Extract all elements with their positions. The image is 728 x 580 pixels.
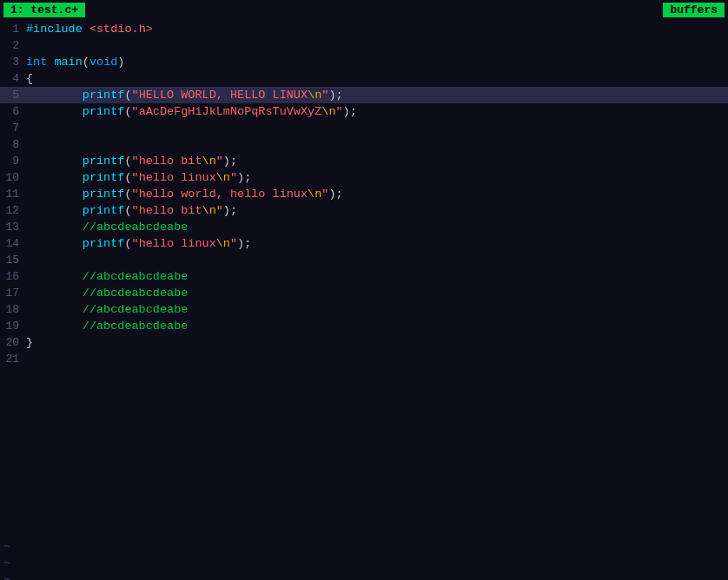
token-esc: \n: [216, 237, 230, 250]
tilde-char: ~: [0, 555, 10, 571]
line-content: //abcdeabcdeabe: [26, 219, 728, 235]
line-number: 8: [0, 136, 26, 153]
token-esc: \n: [202, 155, 216, 168]
token-str: ": [230, 237, 237, 250]
token-str: ": [335, 105, 342, 118]
line-number: 14: [0, 235, 26, 252]
line-number: 7: [0, 120, 26, 136]
code-line: 5 printf("HELLO WORLD, HELLO LINUX\n");: [0, 87, 728, 103]
token-punc: (: [124, 105, 131, 118]
token-str: "hello bit: [132, 204, 202, 217]
code-line: 18 //abcdeabcdeabe: [0, 301, 728, 318]
line-number: 9: [0, 153, 26, 169]
line-content: printf("hello linux\n");: [26, 235, 728, 252]
tilde-line: ~: [0, 555, 728, 571]
line-content: printf("hello bit\n");: [26, 202, 728, 219]
token-str: "HELLO WORLD, HELLO LINUX: [132, 89, 308, 102]
code-area: 1#include <stdio.h>23int main(void)4{5 p…: [0, 19, 728, 369]
token-fn: printf: [26, 89, 124, 102]
token-str: ": [230, 171, 237, 184]
token-str: ": [216, 155, 223, 168]
line-content: printf("HELLO WORLD, HELLO LINUX\n");: [26, 87, 728, 103]
code-line: 2: [0, 37, 728, 54]
line-content: }: [26, 334, 728, 351]
line-number: 16: [0, 268, 26, 285]
token-fn: printf: [26, 105, 124, 118]
token-esc: \n: [308, 188, 321, 201]
active-tab[interactable]: 1: test.c+: [3, 3, 85, 17]
token-cmt: //abcdeabcdeabe: [26, 287, 188, 300]
token-punc: }: [26, 336, 33, 349]
token-punc: ): [117, 56, 124, 69]
token-punc: (: [124, 237, 131, 250]
tilde-char: ~: [0, 571, 10, 580]
tilde-char: ~: [0, 538, 10, 555]
line-content: #include <stdio.h>: [26, 21, 728, 37]
token-inc: <stdio.h>: [89, 23, 153, 36]
code-line: 14 printf("hello linux\n");: [0, 235, 728, 252]
token-punc: (: [124, 204, 131, 217]
line-content: //abcdeabcdeabe: [26, 268, 728, 285]
line-number: 17: [0, 285, 26, 301]
code-line: 4{: [0, 70, 728, 87]
code-line: 10 printf("hello linux\n");: [0, 169, 728, 186]
code-line: 1#include <stdio.h>: [0, 21, 728, 37]
line-number: 21: [0, 351, 26, 367]
code-line: 20}: [0, 334, 728, 351]
line-number: 20: [0, 334, 26, 351]
token-fn: printf: [26, 204, 124, 217]
token-esc: \n: [321, 105, 335, 118]
buffers-button[interactable]: buffers: [663, 3, 725, 17]
token-fn: printf: [26, 155, 124, 168]
line-content: printf("aAcDeFgHiJkLmNoPqRsTuVwXyZ\n");: [26, 103, 728, 120]
code-line: 6 printf("aAcDeFgHiJkLmNoPqRsTuVwXyZ\n")…: [0, 103, 728, 120]
token-punc: );: [328, 188, 342, 201]
line-number: 15: [0, 252, 26, 268]
line-number: 4: [0, 70, 26, 87]
line-content: printf("hello world, hello linux\n");: [26, 186, 728, 202]
token-punc: (: [83, 56, 89, 69]
token-punc: (: [124, 171, 131, 184]
token-cmt: //abcdeabcdeabe: [26, 303, 188, 316]
code-line: 11 printf("hello world, hello linux\n");: [0, 186, 728, 202]
token-str: ": [216, 204, 223, 217]
line-content: printf("hello bit\n");: [26, 153, 728, 169]
code-line: 7: [0, 120, 728, 136]
line-number: 18: [0, 301, 26, 318]
tilde-line: ~: [0, 538, 728, 555]
token-kw: int: [26, 56, 47, 69]
line-number: 2: [0, 37, 26, 54]
token-punc: (: [124, 188, 131, 201]
token-fn: printf: [26, 237, 124, 250]
line-number: 13: [0, 219, 26, 235]
line-number: 3: [0, 54, 26, 70]
token-fn: printf: [26, 171, 124, 184]
token-kw: void: [89, 56, 117, 69]
token-punc: );: [223, 155, 237, 168]
tilde-line: ~: [0, 571, 728, 580]
line-number: 12: [0, 202, 26, 219]
token-str: "hello world, hello linux: [132, 188, 308, 201]
tab-bar: 1: test.c+ buffers: [0, 0, 728, 19]
tilde-area: ~~~~~~~~~: [0, 538, 728, 580]
token-punc: );: [223, 204, 237, 217]
token-cmt: //abcdeabcdeabe: [26, 270, 188, 283]
token-str: "hello bit: [132, 155, 202, 168]
token-esc: \n: [202, 204, 216, 217]
line-number: 5: [0, 87, 26, 103]
token-punc: );: [237, 171, 251, 184]
line-content: //abcdeabcdeabe: [26, 285, 728, 301]
code-line: 17 //abcdeabcdeabe: [0, 285, 728, 301]
code-line: 13 //abcdeabcdeabe: [0, 219, 728, 235]
token-cmt: //abcdeabcdeabe: [26, 221, 188, 234]
line-content: //abcdeabcdeabe: [26, 318, 728, 334]
token-str: "hello linux: [132, 171, 216, 184]
token-pre: #include: [26, 23, 89, 36]
token-esc: \n: [308, 89, 321, 102]
token-str: "aAcDeFgHiJkLmNoPqRsTuVwXyZ: [132, 105, 322, 118]
token-punc: (: [124, 155, 131, 168]
code-line: 9 printf("hello bit\n");: [0, 153, 728, 169]
token-fn: main: [54, 56, 82, 69]
line-number: 19: [0, 318, 26, 334]
token-esc: \n: [216, 171, 230, 184]
